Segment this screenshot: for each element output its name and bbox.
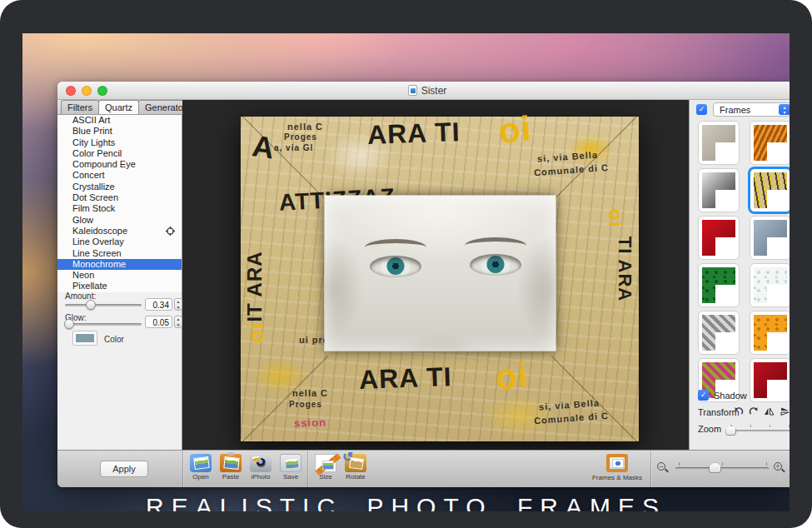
filter-item-film-stock[interactable]: Film Stock	[57, 203, 182, 214]
frame-photo-cutout	[715, 285, 735, 303]
frame-collage-text: Proges	[289, 400, 322, 409]
frame-zoom-thumb[interactable]	[725, 426, 736, 436]
right-eyebrow	[465, 237, 526, 254]
minimize-button[interactable]	[82, 86, 92, 96]
filter-item-ascii-art[interactable]: ASCII Art	[57, 115, 182, 126]
frame-texture	[754, 125, 787, 161]
filter-item-compound-eye[interactable]: Compound Eye	[57, 159, 182, 170]
amount-slider-thumb[interactable]	[86, 300, 96, 310]
frame-zoom-label: Zoom	[698, 424, 721, 434]
frame-thumbnail-red-stars[interactable]	[698, 216, 740, 260]
amount-stepper[interactable]: ▲▼	[174, 298, 182, 311]
titlebar[interactable]: Sister	[57, 82, 790, 100]
caption-title: REALISTIC PHOTO FRAMES	[22, 493, 790, 511]
shadow-checkbox[interactable]: ✓	[698, 390, 709, 401]
zoom-out-button[interactable]: −	[657, 462, 669, 474]
frame-collage-text: A	[250, 128, 277, 166]
filter-item-color-pencil[interactable]: Color Pencil	[57, 148, 182, 159]
filter-item-crystallize[interactable]: Crystallize	[57, 182, 182, 192]
tick	[750, 425, 751, 427]
frame-thumbnail-orange-wood[interactable]	[750, 121, 790, 165]
filter-item-city-lights[interactable]: City Lights	[57, 137, 182, 148]
amount-value-field[interactable]: 0.34	[145, 298, 172, 311]
save-label: Save	[283, 473, 298, 481]
rotate-right-icon[interactable]	[749, 406, 759, 416]
frame-thumbnail-poster-collage[interactable]	[750, 168, 790, 212]
frame-collage-text: ARA TI	[358, 361, 452, 396]
frame-collage-text: Comunale di C	[534, 411, 610, 426]
filter-item-pixellate[interactable]: Pixellate	[57, 281, 182, 291]
frame-zoom-slider[interactable]	[726, 425, 790, 435]
apply-button[interactable]: Apply	[100, 461, 148, 477]
canvas-zoom-thumb[interactable]	[709, 462, 721, 473]
frame-texture	[702, 220, 735, 256]
zoom-in-button[interactable]: +	[774, 462, 785, 474]
canvas-zoom-slider[interactable]	[675, 467, 769, 470]
frame-texture	[754, 172, 787, 208]
left-eye	[370, 256, 421, 277]
frame-thumbnail-gray-stripes[interactable]	[698, 311, 740, 355]
frame-thumbnail-christmas-green[interactable]	[698, 263, 740, 307]
frames-masks-button[interactable]: Frames & Masks	[590, 454, 644, 481]
frame-photo-cutout	[767, 190, 787, 208]
zoom-button[interactable]	[97, 86, 107, 96]
filter-item-kaleidoscope[interactable]: Kaleidoscope	[57, 226, 182, 237]
frame-collage-text: Comunale di C	[534, 162, 610, 177]
frame-collage-text: nella C	[287, 122, 323, 132]
filters-sidebar: FiltersQuartzGenerators ASCII ArtBlue Pr…	[57, 100, 182, 450]
glow-value-field[interactable]: 0.05	[145, 316, 172, 328]
frame-thumbnail-newsprint-bw[interactable]	[698, 168, 740, 212]
marketing-hero: Sister FiltersQuartzGenerators ASCII Art…	[0, 0, 812, 528]
frames-enabled-checkbox[interactable]: ✓	[696, 104, 707, 115]
frame-collage-text: oi	[494, 355, 531, 398]
traffic-lights	[66, 86, 107, 96]
filter-item-monochrome[interactable]: Monochrome	[57, 259, 182, 270]
frames-dropdown[interactable]: Frames ▲▼	[713, 102, 790, 117]
frame-photo-cutout	[715, 142, 735, 161]
flip-horizontal-icon[interactable]	[764, 406, 775, 416]
size-button[interactable]: Size	[311, 454, 341, 481]
desktop-background: Sister FiltersQuartzGenerators ASCII Art…	[22, 33, 790, 511]
tick	[722, 462, 723, 466]
tick	[770, 425, 770, 427]
filter-item-concert[interactable]: Concert	[57, 170, 182, 181]
color-swatch	[76, 334, 94, 342]
frame-collage-text: si, via Bella	[539, 397, 600, 411]
frame-photo-cutout	[767, 142, 787, 161]
document-icon	[408, 85, 417, 96]
flip-vertical-icon[interactable]	[780, 406, 790, 416]
tab-quartz[interactable]: Quartz	[98, 100, 139, 114]
frame-collage-text: si, via Bella	[537, 149, 599, 163]
frame-thumbnails-grid	[698, 121, 790, 402]
color-well[interactable]	[72, 331, 97, 346]
filter-item-glow[interactable]: Glow	[57, 215, 182, 226]
glow-slider[interactable]	[65, 319, 142, 329]
tick	[766, 462, 767, 466]
color-label: Color	[104, 335, 124, 344]
filter-item-dot-screen[interactable]: Dot Screen	[57, 192, 182, 203]
frame-thumbnail-snowflake-white[interactable]	[750, 263, 790, 307]
filter-item-neon[interactable]: Neon	[57, 270, 182, 281]
filter-item-blue-print[interactable]: Blue Print	[57, 126, 182, 137]
amount-slider-track	[65, 304, 142, 306]
rotate-button[interactable]: Rotate	[341, 454, 371, 481]
app-window: Sister FiltersQuartzGenerators ASCII Art…	[57, 82, 790, 487]
filter-item-line-screen[interactable]: Line Screen	[57, 248, 182, 259]
close-button[interactable]	[66, 86, 76, 96]
tab-filters[interactable]: Filters	[61, 100, 99, 114]
frame-thumbnail-stone-gray[interactable]	[698, 121, 740, 165]
frame-thumbnail-orange-dots[interactable]	[750, 311, 790, 355]
save-button[interactable]: Save	[276, 454, 306, 481]
glow-stepper[interactable]: ▲▼	[174, 316, 182, 328]
amount-slider[interactable]	[65, 300, 142, 310]
iphoto-button[interactable]: iPhoto	[246, 454, 276, 481]
save-icon	[280, 454, 301, 472]
toolbar-separator	[182, 451, 183, 487]
glow-slider-thumb[interactable]	[64, 319, 74, 329]
open-button[interactable]: Open	[186, 454, 216, 481]
paste-button[interactable]: Paste	[216, 454, 246, 481]
rotate-left-icon[interactable]	[734, 406, 744, 416]
frame-thumbnail-steel-blue[interactable]	[750, 216, 790, 260]
frame-photo-cutout	[715, 190, 735, 208]
filter-item-line-overlay[interactable]: Line Overlay	[57, 237, 182, 247]
